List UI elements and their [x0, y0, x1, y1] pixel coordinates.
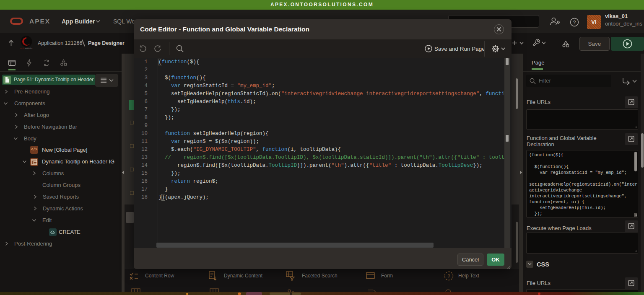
svg-text:?: ?	[573, 20, 576, 26]
svg-text:?: ?	[447, 274, 450, 279]
